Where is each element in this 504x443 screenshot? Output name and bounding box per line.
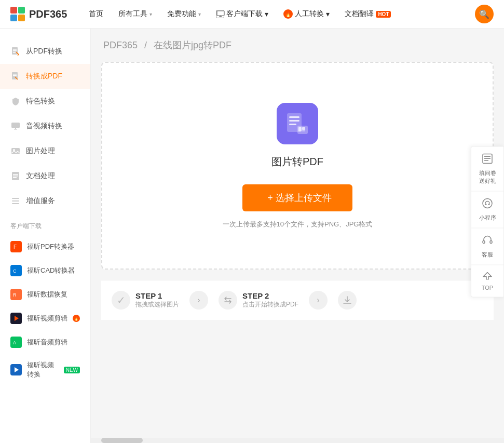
sidebar-item-to-pdf[interactable]: 转换成PDF xyxy=(0,64,90,89)
step2-title: STEP 2 xyxy=(242,291,298,300)
cad-logo: C xyxy=(10,265,22,276)
svg-rect-49 xyxy=(483,240,485,243)
fire-icon: 🔥 xyxy=(73,315,80,322)
nav-human-convert[interactable]: 🔥 人工转换 ▾ xyxy=(277,5,336,23)
chevron-down-icon: ▾ xyxy=(198,11,201,17)
sidebar-client-video-edit[interactable]: 福昕视频剪辑 🔥 xyxy=(0,306,90,330)
svg-rect-41 xyxy=(302,130,305,131)
upload-icon-container xyxy=(277,103,318,144)
nav: 首页 所有工具 ▾ 免费功能 ▾ 客户端下载 ▾ 🔥 人工转换 ▾ xyxy=(83,5,470,23)
nav-doc-translate[interactable]: 文档翻译 HOT xyxy=(338,5,397,23)
client-label: 福昕视频转换 xyxy=(27,360,58,379)
customer-service-panel-item[interactable]: 客服 xyxy=(471,228,503,265)
svg-text:A: A xyxy=(13,340,16,345)
sidebar-item-av-convert[interactable]: 音视频转换 xyxy=(0,114,90,139)
horizontal-scrollbar[interactable] xyxy=(91,438,504,443)
sidebar-client-data-recovery[interactable]: R 福昕数据恢复 xyxy=(0,283,90,306)
hot-badge: HOT xyxy=(376,11,391,18)
svg-text:C: C xyxy=(13,269,17,274)
top-button[interactable]: TOP xyxy=(471,265,503,297)
nav-free[interactable]: 免费功能 ▾ xyxy=(161,5,207,23)
step2-swap-icon xyxy=(219,291,237,310)
client-label: 福昕音频剪辑 xyxy=(27,338,67,347)
fire-icon: 🔥 xyxy=(283,9,293,19)
step1-check-icon: ✓ xyxy=(112,291,130,310)
svg-rect-13 xyxy=(11,148,20,154)
image-icon xyxy=(10,146,21,156)
svg-rect-19 xyxy=(12,198,19,199)
sidebar-item-special-convert[interactable]: 特色转换 xyxy=(0,89,90,114)
sidebar-label: 文档处理 xyxy=(26,171,55,181)
upload-area[interactable]: 图片转PDF + 选择上传文件 一次上传最多支持10个文件，支持PNG、JPG格… xyxy=(101,62,494,270)
sidebar-label: 增值服务 xyxy=(26,196,55,206)
headphone-icon xyxy=(482,234,493,248)
sidebar-client-video-convert[interactable]: 福昕视频转换 NEW xyxy=(0,354,90,385)
monitor-icon xyxy=(216,10,224,18)
svg-rect-11 xyxy=(14,129,17,130)
page-layout: 从PDF转换 转换成PDF 特色转换 xyxy=(0,29,504,443)
svg-rect-6 xyxy=(13,52,16,53)
client-label: 福昕CAD转换器 xyxy=(27,266,75,275)
sidebar-client-cad[interactable]: C 福昕CAD转换器 xyxy=(0,259,90,283)
svg-point-46 xyxy=(483,198,492,208)
scrollbar-thumb[interactable] xyxy=(101,438,143,443)
client-section-title: 客户端下载 xyxy=(0,213,90,235)
svg-rect-9 xyxy=(13,75,17,76)
sidebar-label: 音视频转换 xyxy=(26,122,62,131)
logo-area[interactable]: PDF365 xyxy=(10,7,67,21)
upload-button[interactable]: + 选择上传文件 xyxy=(242,184,352,211)
step1-desc: 拖拽或选择图片 xyxy=(135,300,179,309)
svg-rect-40 xyxy=(302,127,305,130)
client-label: 福昕视频剪辑 xyxy=(27,314,67,323)
shield-icon xyxy=(10,96,21,106)
svg-rect-37 xyxy=(289,124,296,125)
steps-bar: ✓ STEP 1 拖拽或选择图片 › STEP 2 点击开始转换成PDF xyxy=(101,280,494,320)
step1-title: STEP 1 xyxy=(135,291,179,300)
from-pdf-icon xyxy=(10,46,21,57)
search-icon: 🔍 xyxy=(479,9,489,19)
svg-rect-10 xyxy=(11,123,20,128)
sidebar-client-audio-edit[interactable]: A 福昕音频剪辑 xyxy=(0,330,90,354)
download-icon xyxy=(338,291,357,310)
miniprogram-icon xyxy=(482,197,493,211)
svg-rect-5 xyxy=(13,50,17,51)
sidebar-item-value-added[interactable]: 增值服务 xyxy=(0,189,90,213)
main-content: PDF365 / 在线图片jpg转PDF xyxy=(91,29,504,443)
step2-desc: 点击开始转换成PDF xyxy=(242,300,298,309)
svg-rect-20 xyxy=(12,200,19,202)
audio-edit-logo: A xyxy=(10,337,22,348)
customer-service-label: 客服 xyxy=(482,250,493,258)
chevron-down-icon: ▾ xyxy=(149,11,152,17)
nav-tools[interactable]: 所有工具 ▾ xyxy=(112,5,158,23)
recovery-logo: R xyxy=(10,289,22,300)
chevron-down-icon: ▾ xyxy=(326,10,330,18)
sidebar-item-from-pdf[interactable]: 从PDF转换 xyxy=(0,39,90,64)
convert-icon xyxy=(285,111,310,136)
survey-panel-item[interactable]: 填问卷 送好礼 xyxy=(471,146,503,191)
client-label: 福昕数据恢复 xyxy=(27,290,67,299)
sidebar-item-doc-process[interactable]: 文档处理 xyxy=(0,164,90,189)
search-button[interactable]: 🔍 xyxy=(475,5,494,23)
sidebar-item-image-process[interactable]: 图片处理 xyxy=(0,139,90,164)
sidebar-label: 特色转换 xyxy=(26,97,55,106)
nav-client-download[interactable]: 客户端下载 ▾ xyxy=(210,5,275,23)
svg-text:F: F xyxy=(13,244,17,250)
step2-arrow-icon: › xyxy=(309,291,328,310)
svg-point-48 xyxy=(488,204,490,205)
svg-rect-43 xyxy=(484,156,491,157)
sidebar: 从PDF转换 转换成PDF 特色转换 xyxy=(0,29,91,443)
upload-hint: 一次上传最多支持10个文件，支持PNG、JPG格式 xyxy=(223,220,373,229)
nav-home[interactable]: 首页 xyxy=(83,5,110,23)
document-icon xyxy=(10,171,21,181)
sidebar-client-foxpdf[interactable]: F 福昕PDF转换器 xyxy=(0,235,90,259)
step1: STEP 1 拖拽或选择图片 xyxy=(135,291,179,309)
to-pdf-icon xyxy=(10,71,21,82)
sidebar-label: 从PDF转换 xyxy=(26,47,62,56)
svg-rect-16 xyxy=(13,174,18,175)
svg-rect-0 xyxy=(217,11,224,16)
svg-rect-4 xyxy=(13,49,17,50)
miniprogram-panel-item[interactable]: 小程序 xyxy=(471,191,503,228)
sidebar-label: 图片处理 xyxy=(26,146,55,156)
svg-rect-17 xyxy=(13,176,18,177)
svg-rect-12 xyxy=(15,128,16,129)
